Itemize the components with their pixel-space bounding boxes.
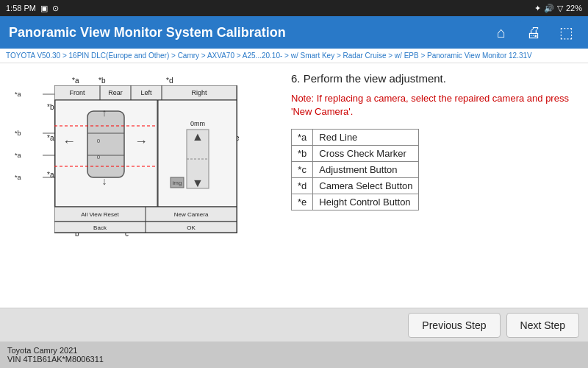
svg-text:*a: *a xyxy=(15,174,21,181)
battery-text: 22% xyxy=(566,4,582,13)
tablet-icon: ▣ xyxy=(40,4,48,13)
label-d-top: *d xyxy=(166,77,173,85)
app-title: Panoramic View Monitor System Calibratio… xyxy=(9,25,286,40)
svg-text:Front: Front xyxy=(69,89,85,96)
label-b-top: *b xyxy=(98,77,105,85)
svg-text:→: → xyxy=(135,134,148,149)
svg-text:Back: Back xyxy=(93,224,107,231)
footer-line1: Toyota Camry 2021 xyxy=(7,346,581,355)
print-button[interactable]: 🖨 xyxy=(520,19,547,46)
app-header: Panoramic View Monitor System Calibratio… xyxy=(0,16,588,49)
svg-text:New Camera: New Camera xyxy=(174,211,209,218)
step-heading: 6. Perform the view adjustment. xyxy=(291,72,576,85)
svg-text:↓: ↓ xyxy=(102,175,107,187)
svg-text:0: 0 xyxy=(97,138,101,144)
legend-key: *d xyxy=(292,178,313,194)
svg-text:0: 0 xyxy=(97,154,101,160)
main-content: *a *b *d *b *a *a *e *b *c Front Rear Le… xyxy=(0,63,588,308)
time-display: 1:58 PM xyxy=(6,4,36,13)
svg-text:↑: ↑ xyxy=(102,107,107,118)
previous-step-button[interactable]: Previous Step xyxy=(408,313,500,338)
legend-value: Adjustment Button xyxy=(313,162,419,178)
bluetooth-icon: ✦ xyxy=(534,4,541,13)
legend-row: *eHeight Control Button xyxy=(292,194,419,210)
legend-value: Height Control Button xyxy=(313,194,419,210)
next-step-button[interactable]: Next Step xyxy=(506,313,579,338)
legend-row: *cAdjustment Button xyxy=(292,162,419,178)
right-panel: 6. Perform the view adjustment. Note: If… xyxy=(291,72,576,299)
note-text: Note: If replacing a camera, select the … xyxy=(291,92,576,118)
status-bar-left: 1:58 PM ▣ ⊙ xyxy=(6,4,59,13)
status-bar-right: ✦ 🔊 ▽ 22% xyxy=(534,4,582,13)
legend-row: *dCamera Select Button xyxy=(292,178,419,194)
svg-text:←: ← xyxy=(62,134,76,149)
legend-key: *e xyxy=(292,194,313,210)
svg-text:▼: ▼ xyxy=(192,177,204,189)
legend-row: *aRed Line xyxy=(292,130,419,146)
svg-text:▲: ▲ xyxy=(192,130,204,143)
footer-line2: VIN 4T1B61AK*M8006311 xyxy=(7,355,581,364)
export-button[interactable]: ⬚ xyxy=(553,19,579,46)
svg-text:*a: *a xyxy=(15,91,21,98)
label-a-top: *a xyxy=(72,77,79,85)
svg-text:Left: Left xyxy=(140,89,152,96)
legend-table: *aRed Line*bCross Check Marker*cAdjustme… xyxy=(291,129,419,210)
svg-text:Rear: Rear xyxy=(108,89,123,96)
legend-value: Cross Check Marker xyxy=(313,146,419,162)
svg-rect-13 xyxy=(87,111,124,177)
diagram-wrapper: *a *b *d *b *a *a *e *b *c Front Rear Le… xyxy=(12,75,262,237)
calibration-diagram: Front Rear Left Right View Adjustment He… xyxy=(54,85,238,236)
breadcrumb: TOYOTA V50.30 > 16PIN DLC(Europe and Oth… xyxy=(0,49,588,63)
indicator-icon: ▽ xyxy=(557,4,563,13)
diagram-panel: *a *b *d *b *a *a *e *b *c Front Rear Le… xyxy=(12,72,276,299)
volume-icon: 🔊 xyxy=(544,4,554,13)
legend-value: Camera Select Button xyxy=(313,178,419,194)
svg-text:*a: *a xyxy=(15,152,21,159)
svg-text:OK: OK xyxy=(187,224,196,231)
home-button[interactable]: ⌂ xyxy=(488,19,514,46)
svg-text:*b: *b xyxy=(15,130,21,137)
header-icon-group: ⌂ 🖨 ⬚ xyxy=(488,19,579,46)
legend-key: *a xyxy=(292,130,313,146)
legend-key: *c xyxy=(292,162,313,178)
svg-text:img: img xyxy=(173,180,182,186)
status-bar: 1:58 PM ▣ ⊙ ✦ 🔊 ▽ 22% xyxy=(0,0,588,16)
svg-text:Right: Right xyxy=(191,89,207,96)
left-labels: *a *b *a *a xyxy=(13,85,57,236)
signal-icon: ⊙ xyxy=(52,4,59,13)
legend-value: Red Line xyxy=(313,130,419,146)
legend-row: *bCross Check Marker xyxy=(292,146,419,162)
bottom-nav: Previous Step Next Step xyxy=(0,308,588,342)
footer: Toyota Camry 2021 VIN 4T1B61AK*M8006311 xyxy=(0,342,588,368)
legend-key: *b xyxy=(292,146,313,162)
svg-text:0mm: 0mm xyxy=(190,120,205,127)
svg-text:All View Reset: All View Reset xyxy=(81,211,119,218)
